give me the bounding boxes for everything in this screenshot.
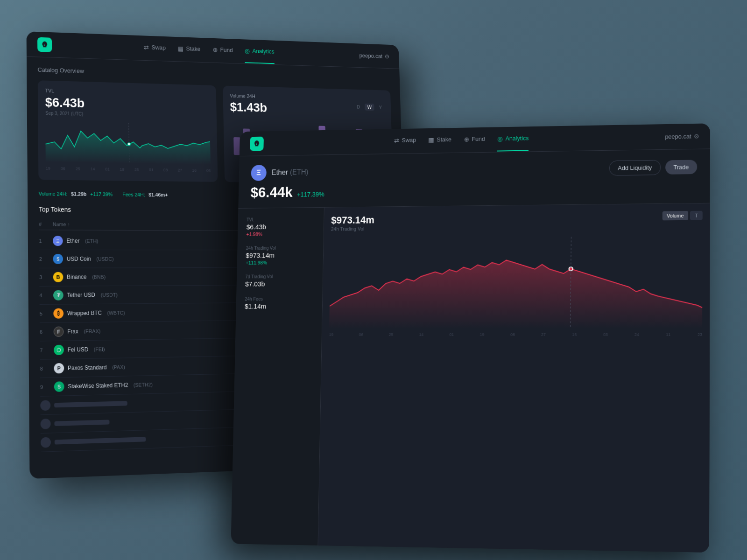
token-header: Ξ Ether (ETH) Add Liquidity Trade $6.44k… [238,149,710,209]
ph-bar [54,401,127,407]
front-panel: ⇄ Swap ▦ Stake ⊕ Fund ◎ Analytics peepo.… [231,123,710,553]
tvl-stat: TVL $6.43b +1.98% [246,217,315,237]
front-analytics-icon: ◎ [497,135,503,142]
ph-bar [55,437,146,444]
front-nav-analytics[interactable]: ◎ Analytics [497,134,529,144]
token-price: $6.44k [250,184,293,201]
token-title-left: Ξ Ether (ETH) [251,164,309,181]
vol7d-stat: 7d Trading Vol $7.03b [245,274,314,287]
token-icon-frax: F [54,327,64,337]
tvl-x-axis: 19 06 25 14 01 19 25 01 08 27 16 05 [46,164,211,175]
fees24h-stat-label: 24h Fees [245,296,313,301]
front-nav-items: ⇄ Swap ▦ Stake ⊕ Fund ◎ Analytics [277,133,650,148]
token-price-row: $6.44k +117.39% [250,179,697,201]
volume-value: $1.43b [230,100,267,115]
front-nav-user[interactable]: peepo.cat ⊙ [665,133,699,140]
nav-swap[interactable]: ⇄ Catalog Overview Swap [143,43,166,53]
eth-icon: Ξ [251,165,267,181]
front-fund-icon: ⊕ [464,135,469,143]
token-change: +117.39% [297,191,324,198]
ph-bar [54,420,109,426]
token-icon-pax: P [54,363,64,374]
chart-header-info: $973.14m 24h Trading Vol [331,211,703,232]
token-icon-wbtc: ₿ [53,308,63,319]
vol-week-btn[interactable]: W [365,104,374,111]
vol24h-stat-label: 24h Trading Vol [246,245,315,251]
ph-circle [41,419,51,429]
vol-toggle: Volume T [662,211,702,221]
catalog-title: Catalog Overview [38,66,390,84]
token-icon-usdc: $ [53,254,63,264]
token-icon-usdt: ₮ [53,290,63,301]
vol-toggle-t[interactable]: T [690,211,703,220]
tvl-stat-value: $6.43b [247,223,315,231]
volume-controls: D W Y [354,103,385,111]
vol-toggle-volume[interactable]: Volume [662,211,688,220]
token-title-row: Ξ Ether (ETH) Add Liquidity Trade [251,158,697,181]
nav-analytics[interactable]: ◎ Analytics [245,47,275,57]
nav-fund[interactable]: ⊕ Fund [212,46,233,55]
add-liquidity-button[interactable]: Add Liquidity [609,160,661,175]
trading-chart-svg [329,236,703,329]
vol7d-stat-label: 7d Trading Vol [245,274,314,279]
user-icon: ⊙ [385,53,389,60]
nav-user[interactable]: peepo.cat ⊙ [359,52,389,60]
token-icon-seth2: S [54,381,64,392]
front-sidebar: TVL $6.43b +1.98% 24h Trading Vol $973.1… [231,208,324,552]
front-stake-icon: ▦ [428,136,434,144]
analytics-icon: ◎ [245,47,250,54]
logo[interactable] [37,37,52,52]
vol7d-stat-value: $7.03b [245,280,314,287]
front-user-icon: ⊙ [694,133,699,140]
nav-items: ⇄ Catalog Overview Swap ▦ Stake ⊕ Fund ◎… [66,41,346,59]
front-chart-area: $973.14m 24h Trading Vol Volume T [318,203,710,553]
fees24h-stat-value: $1.14m [245,302,314,310]
front-nav-fund[interactable]: ⊕ Fund [464,135,485,145]
ph-circle [41,437,51,448]
front-main: TVL $6.43b +1.98% 24h Trading Vol $973.1… [231,203,710,553]
front-nav-stake[interactable]: ▦ Stake [428,136,451,145]
action-buttons: Add Liquidity Trade [609,159,697,175]
front-swap-icon: ⇄ [394,137,399,144]
token-icon-eth: Ξ [53,236,63,246]
vol-year-btn[interactable]: Y [376,104,384,111]
tvl-card: TVL $6.43b Sep 3, 2021 (UTC) [38,80,218,182]
vol-day-btn[interactable]: D [354,103,363,110]
nav-stake[interactable]: ▦ Stake [178,45,201,55]
vol24h-stat-change: +111.98% [246,259,314,265]
ph-circle [40,400,50,411]
vol24h-stat-value: $973.14m [246,251,314,259]
stake-icon: ▦ [178,45,183,52]
fund-icon: ⊕ [212,46,218,53]
swap-icon: ⇄ [143,43,148,51]
front-nav-swap[interactable]: ⇄ Swap [394,136,416,146]
front-x-axis: 19 06 25 14 01 19 08 27 15 03 24 11 23 [329,330,702,339]
vol24h-stat: 24h Trading Vol $973.14m +111.98% [246,245,315,266]
tvl-stat-change: +1.98% [246,231,315,237]
token-icon-fei: ⬡ [54,345,64,355]
fees24h-stat: 24h Fees $1.14m [245,296,314,310]
tvl-stat-label: TVL [247,217,315,222]
front-logo[interactable] [250,136,264,151]
token-icon-bnb: B [53,272,63,282]
tvl-chart-svg [45,121,211,165]
trade-button[interactable]: Trade [665,160,698,174]
